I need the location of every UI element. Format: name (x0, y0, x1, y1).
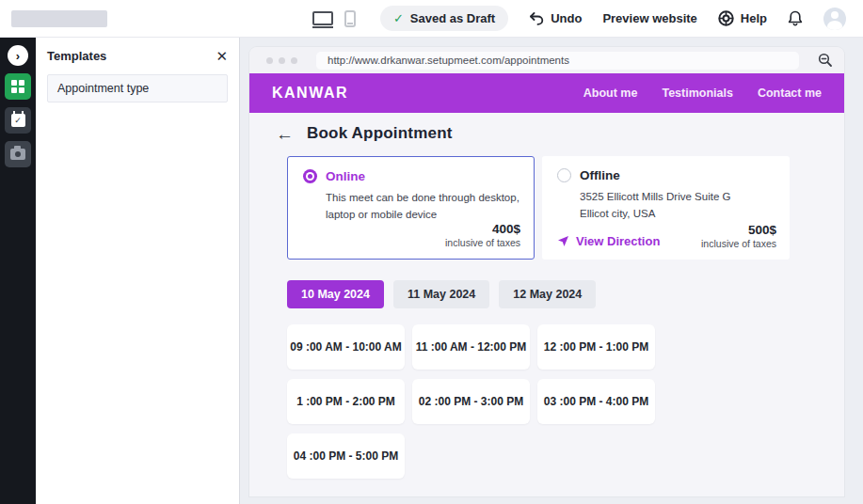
site-nav: About me Testimonials Contact me (583, 87, 822, 100)
site-header: KANWAR About me Testimonials Contact me (249, 73, 844, 113)
undo-label: Undo (551, 11, 582, 25)
zoom-out-icon (818, 53, 833, 68)
undo-button[interactable]: Undo (529, 11, 582, 25)
desktop-toggle-icon[interactable] (312, 11, 333, 25)
site-logo[interactable]: KANWAR (272, 85, 348, 102)
template-item-appointment-type[interactable]: Appointment type (47, 74, 228, 102)
time-slot[interactable]: 11 :00 AM - 12:00 PM (412, 324, 530, 370)
date-chips: 10 May 2024 11 May 2024 12 May 2024 (287, 280, 822, 308)
navigation-arrow-icon (557, 235, 569, 247)
online-price: 400$ (445, 222, 520, 236)
mobile-toggle-icon[interactable] (344, 10, 356, 27)
offline-label: Offline (580, 168, 620, 182)
topbar-actions: ✓ Saved as Draft Undo Preview website He… (312, 6, 846, 31)
offline-radio[interactable] (557, 168, 571, 182)
back-button[interactable]: ← (276, 125, 294, 143)
zoom-out-button[interactable] (818, 53, 833, 68)
window-dot-icon (266, 57, 273, 64)
booking-content: Online This meet can be done through des… (287, 156, 822, 479)
time-slot[interactable]: 03 :00 PM - 4:00 PM (537, 379, 655, 424)
nav-link-about-me[interactable]: About me (583, 87, 638, 100)
offline-address: 3525 Ellicott Mills Drive Suite G Ellico… (580, 189, 775, 223)
online-price-note: inclusive of taxes (445, 237, 520, 248)
online-description: This meet can be done through desktop, l… (326, 190, 519, 224)
sidebar-item-media[interactable] (5, 141, 31, 167)
check-icon: ✓ (393, 11, 404, 25)
page-title: Book Appointment (307, 124, 453, 143)
offline-address-line2: Ellicot city, USA (580, 206, 775, 223)
sidebar-item-appointments[interactable]: ✓ (5, 107, 31, 134)
templates-panel: Templates ✕ Appointment type (36, 38, 240, 504)
chevron-right-icon: › (16, 49, 20, 63)
online-appointment-card[interactable]: Online This meet can be done through des… (287, 156, 535, 260)
device-toggle-group (312, 10, 356, 27)
view-direction-label: View Direction (576, 234, 660, 248)
dashboard-grid-icon (11, 80, 24, 93)
url-bar[interactable]: http://www.drkanwar.setupmeet.com/appoin… (316, 52, 799, 70)
notification-bell-icon (788, 10, 803, 27)
app-logo-placeholder (11, 10, 107, 27)
time-slot[interactable]: 12 :00 PM - 1:00 PM (537, 324, 655, 370)
offline-price: 500$ (701, 223, 776, 237)
window-dot-icon (291, 57, 297, 64)
back-arrow-icon: ← (276, 124, 294, 144)
online-label: Online (326, 169, 365, 183)
help-button[interactable]: Help (718, 10, 767, 26)
undo-icon (529, 12, 544, 25)
date-chip-12-may[interactable]: 12 May 2024 (499, 280, 596, 308)
appointment-type-cards: Online This meet can be done through des… (287, 156, 822, 260)
offline-price-note: inclusive of taxes (701, 238, 776, 249)
saved-status-badge: ✓ Saved as Draft (380, 6, 508, 31)
lifebuoy-icon (718, 10, 734, 26)
templates-panel-header: Templates ✕ (47, 49, 228, 63)
camera-icon (10, 149, 25, 160)
offline-appointment-card[interactable]: Offline 3525 Ellicott Mills Drive Suite … (542, 156, 790, 260)
close-panel-button[interactable]: ✕ (216, 49, 228, 63)
preview-website-label: Preview website (602, 11, 696, 25)
time-slot[interactable]: 04 :00 PM - 5:00 PM (287, 433, 405, 479)
offline-address-line1: 3525 Ellicott Mills Drive Suite G (580, 189, 775, 206)
offline-price-block: 500$ inclusive of taxes (701, 223, 776, 249)
site-body: ← Book Appointment Online This meet (249, 113, 844, 496)
date-chip-11-may[interactable]: 11 May 2024 (393, 280, 489, 308)
editor-topbar: ✓ Saved as Draft Undo Preview website He… (0, 0, 863, 38)
page-title-row: ← Book Appointment (276, 124, 822, 143)
templates-panel-title: Templates (47, 49, 106, 63)
help-label: Help (741, 11, 767, 25)
saved-status-label: Saved as Draft (410, 11, 495, 25)
browser-chrome-bar: http://www.drkanwar.setupmeet.com/appoin… (249, 47, 844, 73)
online-radio[interactable] (303, 169, 317, 183)
online-price-block: 400$ inclusive of taxes (445, 222, 520, 248)
close-icon: ✕ (216, 48, 228, 64)
editor-sidebar: › ✓ (0, 38, 36, 504)
online-card-header: Online (303, 169, 519, 183)
date-chip-10-may[interactable]: 10 May 2024 (287, 280, 384, 308)
window-dot-icon (279, 57, 285, 64)
calendar-check-icon: ✓ (11, 114, 25, 127)
time-slot[interactable]: 1 :00 PM - 2:00 PM (287, 379, 405, 424)
sidebar-item-templates[interactable] (5, 73, 31, 100)
website-preview-window: http://www.drkanwar.setupmeet.com/appoin… (249, 47, 844, 496)
view-direction-button[interactable]: View Direction (557, 234, 660, 248)
nav-link-testimonials[interactable]: Testimonials (662, 87, 732, 100)
editor-body: › ✓ Templates ✕ Appointment type (0, 38, 863, 504)
sidebar-expand-button[interactable]: › (8, 45, 28, 66)
notifications-button[interactable] (788, 10, 803, 27)
workspace: http://www.drkanwar.setupmeet.com/appoin… (240, 38, 863, 504)
time-slots: 09 :00 AM - 10:00 AM 11 :00 AM - 12:00 P… (287, 324, 822, 479)
user-avatar[interactable] (823, 8, 846, 30)
preview-website-button[interactable]: Preview website (602, 11, 696, 25)
nav-link-contact-me[interactable]: Contact me (758, 87, 822, 100)
offline-card-header: Offline (557, 168, 775, 182)
app-root: ✓ Saved as Draft Undo Preview website He… (0, 0, 863, 504)
time-slot[interactable]: 09 :00 AM - 10:00 AM (287, 324, 405, 370)
time-slot[interactable]: 02 :00 PM - 3:00 PM (412, 379, 530, 424)
